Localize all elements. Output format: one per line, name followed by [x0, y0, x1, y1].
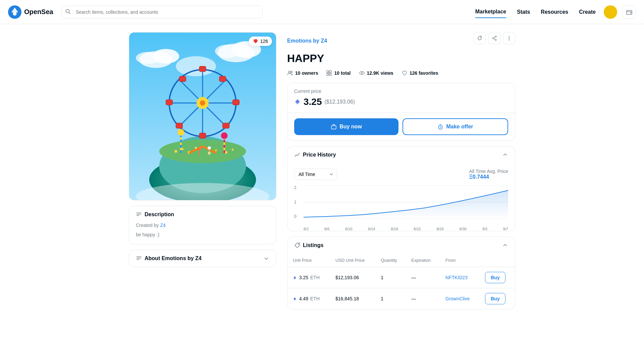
svg-rect-71	[327, 73, 329, 75]
logo[interactable]: OpenSea	[8, 5, 53, 19]
eth-icon-small-2	[293, 297, 297, 301]
main-content: 126 Description Created by Z4 be happy :…	[121, 24, 523, 317]
listing-row-1: 3.25 ETH $12,193.06 1 — NFTKID23 Buy	[287, 267, 515, 288]
nav-stats[interactable]: Stats	[517, 6, 530, 18]
nft-image-container: 126	[129, 32, 276, 200]
nav-create[interactable]: Create	[579, 6, 596, 18]
favorites-count: 126 favorites	[410, 70, 438, 76]
listing-2-buy-button[interactable]: Buy	[485, 293, 505, 304]
col-quantity: Quantity	[375, 254, 406, 267]
svg-rect-36	[199, 133, 206, 138]
top-actions	[474, 32, 515, 44]
heart-icon	[253, 39, 258, 44]
svg-point-20	[215, 149, 217, 152]
y-label-0: 0	[294, 214, 301, 219]
trending-icon	[294, 152, 300, 158]
nav-resources[interactable]: Resources	[541, 6, 568, 18]
listing-2-from: GrownClive	[440, 288, 480, 309]
collection-name[interactable]: Emotions by Z4	[287, 38, 327, 44]
price-history-header-left: Price History	[294, 152, 336, 158]
main-nav: Marketplace Stats Resources Create	[475, 6, 596, 18]
created-by-text: Created by Z4	[136, 222, 269, 229]
price-header: Current price 3.25 ($12,193.06)	[287, 83, 515, 113]
collapse-icon	[502, 152, 508, 158]
nft-title: HAPPY	[287, 52, 515, 65]
price-value: 3.25 ($12,193.06)	[294, 97, 508, 107]
svg-point-68	[291, 71, 292, 73]
price-usd: ($12,193.06)	[325, 99, 355, 105]
nav-marketplace[interactable]: Marketplace	[475, 6, 506, 18]
svg-rect-70	[329, 71, 331, 73]
svg-point-60	[495, 39, 496, 41]
svg-rect-35	[233, 100, 239, 105]
x-label-6: 8/22	[414, 227, 421, 231]
svg-point-47	[221, 132, 228, 139]
svg-point-1	[13, 12, 16, 15]
share-button[interactable]	[488, 32, 500, 44]
col-unit-price: Unit Price	[287, 254, 330, 267]
description-text: be happy :)	[136, 231, 269, 238]
svg-line-63	[494, 39, 495, 40]
price-history-header[interactable]: Price History	[287, 146, 515, 163]
about-header[interactable]: About Emotions by Z4	[136, 255, 269, 261]
listing-row-2: 4.49 ETH $16,845.18 1 — GrownClive Buy	[287, 288, 515, 309]
chart-content	[304, 185, 508, 226]
svg-rect-41	[179, 76, 186, 82]
svg-point-66	[509, 40, 510, 41]
col-expiration: Expiration	[406, 254, 440, 267]
avatar[interactable]	[604, 5, 617, 19]
stat-views: 12.9K views	[359, 70, 393, 76]
like-button[interactable]: 126	[249, 37, 272, 46]
time-filter-select[interactable]: All Time Last 7 Days Last 30 Days Last 9…	[294, 169, 337, 180]
more-options-button[interactable]	[503, 32, 515, 44]
listings-header-row: Unit Price USD Unit Price Quantity Expir…	[287, 254, 515, 267]
owners-count: 10 owners	[295, 70, 318, 76]
left-column: 126 Description Created by Z4 be happy :…	[129, 32, 276, 309]
stat-favorites: 126 favorites	[401, 70, 438, 76]
svg-point-65	[509, 38, 510, 39]
total-count: 10 total	[334, 70, 351, 76]
listing-1-from-link[interactable]: NFTKID23	[445, 275, 468, 280]
svg-point-61	[492, 38, 494, 39]
avg-price-value: Ξ0.7444	[469, 174, 508, 180]
refresh-button[interactable]	[474, 32, 486, 44]
svg-point-17	[174, 150, 177, 153]
description-section: Description Created by Z4 be happy :)	[129, 206, 276, 244]
price-chart	[304, 185, 508, 219]
svg-point-67	[288, 71, 290, 73]
svg-line-62	[494, 37, 495, 38]
views-count: 12.9K views	[367, 70, 393, 76]
about-label: About Emotions by Z4	[145, 255, 202, 261]
nft-artwork	[129, 33, 276, 200]
listing-2-usd: $16,845.18	[330, 288, 375, 309]
y-label-2: 2	[294, 185, 301, 190]
svg-rect-40	[176, 123, 182, 128]
right-column: Emotions by Z4 HAPPY 10 owners	[287, 32, 515, 309]
filter-wrapper: All Time Last 7 Days Last 30 Days Last 9…	[294, 169, 337, 180]
description-header[interactable]: Description	[136, 212, 269, 218]
listing-2-exp: —	[406, 288, 440, 309]
listing-2-from-link[interactable]: GrownClive	[445, 296, 470, 301]
col-from: From	[440, 254, 480, 267]
wallet-icon[interactable]	[623, 5, 636, 19]
buy-now-button[interactable]: Buy now	[294, 118, 398, 135]
listings-header[interactable]: Listings	[287, 237, 515, 254]
listing-1-buy-button[interactable]: Buy	[485, 272, 505, 283]
x-label-10: 9/7	[503, 227, 508, 231]
creator-link[interactable]: Z4	[160, 223, 165, 228]
x-label-4: 8/14	[368, 227, 375, 231]
like-count: 126	[260, 39, 268, 44]
search-input[interactable]	[61, 6, 263, 18]
description-content: Created by Z4 be happy :)	[136, 222, 269, 239]
x-label-8: 8/30	[460, 227, 467, 231]
make-offer-button[interactable]: Make offer	[402, 118, 508, 135]
stat-owners: 10 owners	[287, 70, 318, 76]
listing-1-qty: 1	[375, 267, 406, 288]
listings-header-left: Listings	[294, 242, 323, 248]
svg-rect-4	[630, 12, 631, 13]
svg-point-22	[232, 149, 234, 151]
eth-icon	[294, 99, 301, 105]
svg-rect-3	[627, 10, 632, 14]
avg-price-block: All Time Avg. Price Ξ0.7444	[469, 169, 508, 180]
listings-label: Listings	[303, 242, 323, 248]
